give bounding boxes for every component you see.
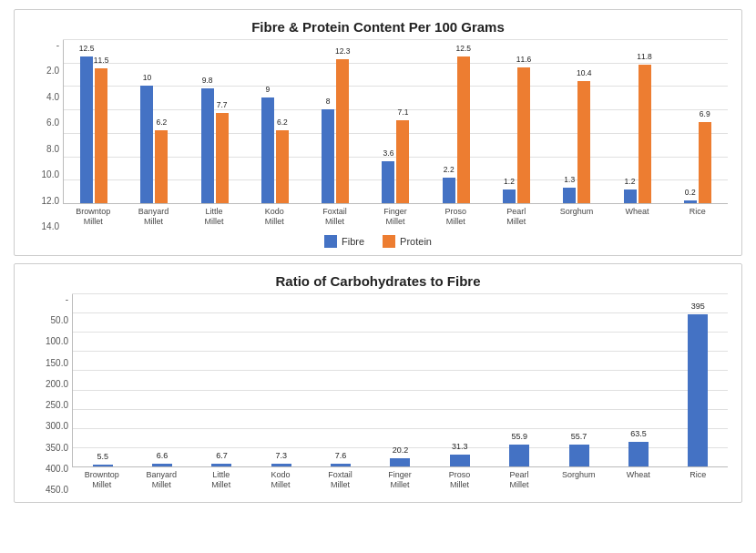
protein-bar: 6.9 [699,122,711,203]
top-chart-area: 14.012.010.08.06.04.02.0-12.511.5106.29.… [28,40,728,231]
bar-group: 6.6 [132,294,191,466]
protein-bar: 7.7 [216,113,229,203]
x-label: Rice [669,467,728,495]
bar-group: 1.211.8 [607,40,667,203]
x-label: KodoMillet [250,467,310,495]
x-label: Sorghum [547,204,607,231]
bar-group: 31.3 [430,294,489,466]
protein-bar: 11.8 [639,65,651,203]
x-label: Wheat [607,204,667,231]
fibre-bar: 9.8 [201,88,214,203]
x-label: BanyardMillet [123,204,183,231]
fibre-bar: 12.5 [80,56,93,203]
bottom-chart-area: 450.0400.0350.0300.0250.0200.0150.0100.0… [28,294,728,495]
carb-ratio-bar: 55.7 [569,445,589,466]
bar-group: 20.2 [371,294,430,466]
bar-group: 55.7 [549,294,608,466]
bar-group: 0.26.9 [668,40,728,203]
x-label: BrowntopMillet [63,204,123,231]
protein-bar: 11.6 [517,67,530,203]
bar-group: 812.3 [305,40,365,203]
bar-group: 3.67.1 [365,40,425,203]
legend: FibreProtein [28,235,728,248]
protein-bar: 10.4 [577,81,590,203]
fibre-bar: 9 [261,97,274,203]
x-label: Sorghum [549,467,608,495]
bar-group: 5.5 [73,294,132,466]
carb-ratio-bar: 55.9 [509,445,529,466]
x-label: BrowntopMillet [72,467,131,495]
legend-item: Fibre [324,235,364,248]
x-label: BanyardMillet [131,467,190,495]
fibre-bar: 1.3 [563,188,576,203]
fibre-bar: 2.2 [443,178,455,203]
fibre-bar: 1.2 [503,189,516,203]
x-label: Rice [668,204,728,231]
carb-ratio-bar: 6.7 [211,464,231,466]
bar-group: 63.5 [608,294,668,466]
legend-label: Fibre [342,236,364,247]
bar-group: 9.87.7 [185,40,245,203]
carb-ratio-bar: 7.3 [271,464,291,466]
carb-ratio-bar: 31.3 [450,455,470,466]
fibre-bar: 1.2 [624,189,637,203]
bar-group: 106.2 [124,40,184,203]
carb-ratio-bar: 63.5 [628,442,649,466]
protein-bar: 12.5 [457,56,470,203]
bar-group: 1.211.6 [486,40,547,203]
legend-item: Protein [383,235,432,248]
fibre-bar: 8 [322,109,334,203]
x-label: FoxtailMillet [304,204,364,231]
bar-group: 7.3 [251,294,311,466]
legend-swatch [324,235,337,248]
top-chart-box: Fibre & Protein Content Per 100 Grams 14… [14,9,742,256]
protein-bar: 6.2 [276,130,289,203]
bar-group: 12.511.5 [64,40,124,203]
bar-group: 2.212.5 [426,40,486,203]
carb-ratio-bar: 395 [688,314,708,466]
bar-group: 96.2 [245,40,305,203]
bottom-chart-box: Ratio of Carbohydrates to Fibre 450.0400… [14,263,742,503]
bar-group: 6.7 [192,294,251,466]
legend-swatch [383,235,395,248]
x-label: LittleMillet [184,204,244,231]
bottom-chart-title: Ratio of Carbohydrates to Fibre [28,273,728,289]
bar-group: 55.9 [490,294,549,466]
carb-ratio-bar: 5.5 [93,465,113,466]
protein-bar: 6.2 [155,130,168,203]
legend-label: Protein [400,236,432,247]
carb-ratio-bar: 7.6 [331,464,351,466]
x-label: LittleMillet [191,467,250,495]
bar-group: 1.310.4 [547,40,607,203]
top-chart-title: Fibre & Protein Content Per 100 Grams [28,19,728,35]
x-label: Wheat [608,467,668,495]
x-label: ProsoMillet [430,467,489,495]
x-label: PearlMillet [486,204,547,231]
main-container: Fibre & Protein Content Per 100 Grams 14… [0,0,756,553]
protein-bar: 12.3 [336,59,349,203]
x-label: PearlMillet [489,467,548,495]
protein-bar: 7.1 [396,120,409,203]
bar-group: 7.6 [311,294,370,466]
x-label: KodoMillet [244,204,304,231]
protein-bar: 11.5 [95,68,107,203]
x-label: FoxtailMillet [311,467,370,495]
fibre-bar: 10 [140,86,153,203]
x-label: ProsoMillet [425,204,485,231]
bar-group: 395 [669,294,728,466]
carb-ratio-bar: 20.2 [390,458,410,466]
carb-ratio-bar: 6.6 [152,464,172,466]
x-label: FingerMillet [365,204,425,231]
x-label: FingerMillet [370,467,429,495]
fibre-bar: 0.2 [684,200,697,203]
fibre-bar: 3.6 [382,161,394,203]
